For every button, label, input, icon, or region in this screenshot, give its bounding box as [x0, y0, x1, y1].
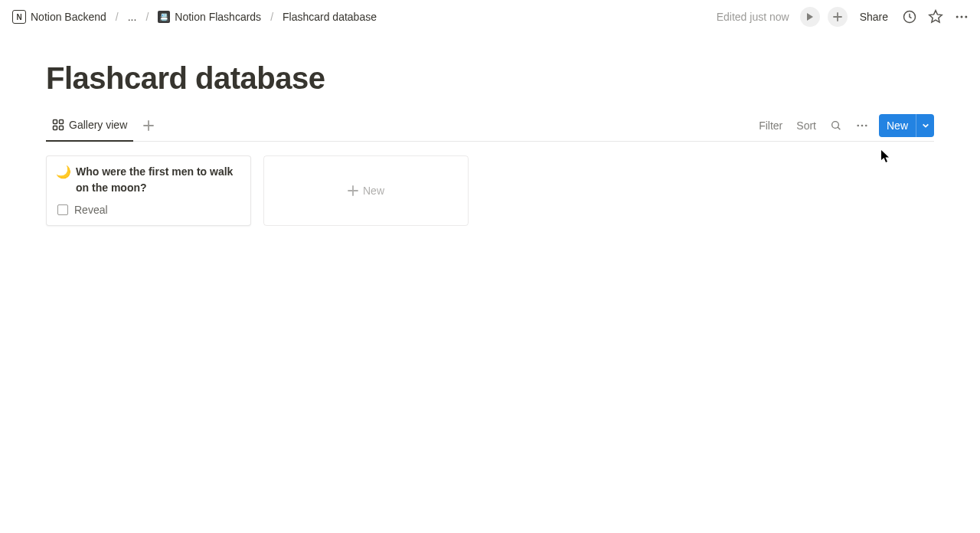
- play-button[interactable]: [800, 7, 820, 27]
- breadcrumb-separator: /: [116, 11, 119, 23]
- chevron-down-icon: [922, 122, 929, 129]
- add-view-button[interactable]: [138, 115, 159, 136]
- breadcrumb-ellipsis-label: ...: [128, 11, 137, 23]
- svg-point-1: [956, 16, 959, 18]
- breadcrumb: N Notion Backend / ... / 📇 Notion Flashc…: [9, 8, 717, 25]
- new-button-label: New: [879, 119, 916, 132]
- reveal-checkbox[interactable]: [57, 204, 68, 215]
- plus-icon: [348, 185, 358, 196]
- plus-icon: [143, 120, 154, 131]
- page-icon: 📇: [158, 11, 170, 23]
- breadcrumb-ellipsis[interactable]: ...: [125, 9, 140, 25]
- tab-gallery-label: Gallery view: [69, 119, 127, 131]
- new-button[interactable]: New: [879, 114, 934, 137]
- svg-rect-4: [54, 120, 57, 124]
- filter-button[interactable]: Filter: [756, 116, 786, 135]
- breadcrumb-separator: /: [145, 11, 149, 23]
- breadcrumb-root-label: Notion Backend: [31, 11, 106, 23]
- new-card-label: New: [363, 185, 384, 197]
- new-card-button[interactable]: New: [263, 155, 469, 226]
- gallery-card[interactable]: 🌙 Who were the first men to walk on the …: [46, 155, 251, 226]
- svg-rect-6: [54, 126, 57, 130]
- share-button[interactable]: Share: [855, 8, 893, 26]
- card-title-text: Who were the first men to walk on the mo…: [76, 164, 241, 196]
- search-button[interactable]: [827, 116, 845, 135]
- svg-point-8: [832, 121, 839, 128]
- plus-icon: [833, 12, 842, 21]
- more-button[interactable]: [952, 8, 971, 26]
- breadcrumb-parent-label: Notion Flashcards: [175, 11, 261, 23]
- dots-horizontal-icon: [855, 119, 869, 132]
- dots-horizontal-icon: [954, 9, 969, 25]
- gallery-icon: [52, 119, 64, 131]
- breadcrumb-current[interactable]: Flashcard database: [279, 9, 380, 25]
- svg-rect-7: [60, 126, 64, 130]
- card-emoji: 🌙: [56, 164, 71, 181]
- star-icon: [928, 9, 943, 25]
- search-icon: [830, 119, 842, 132]
- reveal-label: Reveal: [74, 204, 108, 216]
- svg-point-11: [865, 124, 867, 126]
- clock-icon: [902, 9, 917, 25]
- updates-button[interactable]: [900, 8, 919, 26]
- breadcrumb-root[interactable]: N Notion Backend: [9, 8, 109, 25]
- edited-status: Edited just now: [717, 11, 789, 23]
- new-button-dropdown[interactable]: [916, 114, 934, 137]
- breadcrumb-separator: /: [270, 11, 273, 23]
- play-icon: [805, 12, 815, 21]
- view-options-button[interactable]: [853, 116, 871, 135]
- breadcrumb-parent[interactable]: 📇 Notion Flashcards: [155, 9, 264, 25]
- favorite-button[interactable]: [926, 8, 945, 26]
- page-title[interactable]: Flashcard database: [46, 61, 934, 96]
- breadcrumb-current-label: Flashcard database: [283, 11, 377, 23]
- sort-button[interactable]: Sort: [793, 116, 819, 135]
- tab-gallery-view[interactable]: Gallery view: [46, 110, 133, 142]
- svg-point-10: [861, 124, 864, 126]
- svg-point-2: [961, 16, 963, 18]
- add-button[interactable]: [828, 7, 848, 27]
- svg-point-9: [857, 124, 859, 126]
- svg-point-3: [965, 16, 967, 18]
- svg-rect-5: [60, 120, 64, 124]
- notion-logo-icon: N: [12, 10, 26, 24]
